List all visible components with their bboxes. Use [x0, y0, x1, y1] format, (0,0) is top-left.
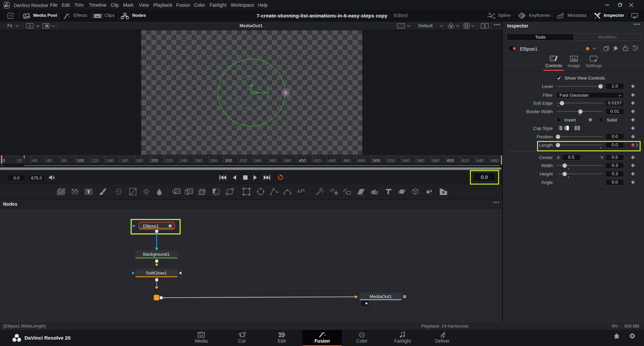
svg-text:540: 540 [402, 158, 410, 163]
svg-text:500: 500 [373, 158, 380, 163]
svg-text:420: 420 [314, 158, 321, 163]
svg-text:380: 380 [284, 158, 291, 163]
svg-text:640: 640 [477, 158, 484, 163]
svg-text:0: 0 [3, 158, 5, 163]
svg-text:400: 400 [299, 158, 306, 163]
svg-text:240: 240 [180, 158, 188, 163]
svg-text:660: 660 [491, 158, 499, 163]
svg-text:T: T [87, 189, 90, 195]
svg-text:200: 200 [151, 158, 158, 163]
svg-text:160: 160 [121, 158, 128, 163]
svg-text:60: 60 [47, 158, 52, 163]
svg-text:20: 20 [17, 158, 22, 163]
svg-text:280: 280 [210, 158, 217, 163]
svg-text:120: 120 [92, 158, 99, 163]
svg-text:140: 140 [106, 158, 114, 163]
svg-text:100: 100 [77, 158, 84, 163]
svg-text:460: 460 [343, 158, 351, 163]
svg-text:220: 220 [166, 158, 173, 163]
svg-text:300: 300 [225, 158, 232, 163]
svg-text:560: 560 [417, 158, 425, 163]
svg-text:260: 260 [195, 158, 203, 163]
svg-text:600: 600 [447, 158, 454, 163]
svg-text:80: 80 [62, 158, 67, 163]
svg-text:440: 440 [328, 158, 336, 163]
svg-text:180: 180 [136, 158, 143, 163]
svg-text:Background1: Background1 [143, 252, 170, 257]
svg-text:620: 620 [462, 158, 469, 163]
svg-text:SoftGlow1: SoftGlow1 [146, 270, 167, 276]
svg-text:580: 580 [432, 158, 439, 163]
svg-text:Ellipse1: Ellipse1 [143, 224, 159, 229]
svg-text:320: 320 [239, 158, 247, 163]
svg-text:520: 520 [388, 158, 395, 163]
svg-text:360: 360 [269, 158, 277, 163]
svg-text:480: 480 [358, 158, 366, 163]
svg-text:MediaOut1: MediaOut1 [370, 294, 392, 299]
svg-text:40: 40 [32, 158, 37, 163]
svg-text:340: 340 [255, 158, 262, 163]
